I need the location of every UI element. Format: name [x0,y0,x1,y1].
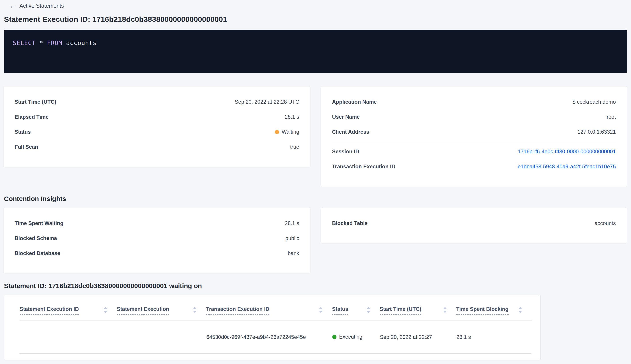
sort-icon[interactable] [193,307,197,313]
detail-value: bank [288,250,299,256]
column-header-label: Time Spent Blocking [456,306,508,315]
active-statement-details-page: ← Active Statements Statement Execution … [0,0,631,364]
cell-statement-execution [117,321,206,354]
detail-row-transaction-execution-id: Transaction Execution ID e1bba458-5948-4… [332,159,616,174]
column-header-label: Status [332,306,348,315]
detail-label: Blocked Table [332,220,368,226]
column-header-label: Transaction Execution ID [206,306,270,315]
waiting-on-table: Statement Execution ID Statement Executi… [20,295,532,354]
cell-transaction-execution-id: 64530d0c-969f-437e-a9b4-26a72245e45e [206,321,332,354]
detail-row-status: Status Waiting [14,124,299,140]
detail-value: Sep 20, 2022 at 22:28 UTC [235,99,299,105]
detail-value: $ cockroach demo [572,99,616,105]
detail-row-session-id: Session ID 1716b1f6-4e0c-f480-0000-00000… [332,144,616,159]
detail-label: Elapsed Time [14,114,48,120]
column-header-statement-execution-id[interactable]: Statement Execution ID [20,295,117,321]
column-header-label: Statement Execution [117,306,169,315]
sort-asc-icon [193,307,197,309]
detail-row-time-spent-waiting: Time Spent Waiting 28.1 s [14,216,299,231]
detail-value: 28.1 s [285,220,299,226]
execution-details-card: Start Time (UTC) Sep 20, 2022 at 22:28 U… [3,86,310,167]
detail-label: Start Time (UTC) [14,99,56,105]
detail-label: Status [14,129,31,135]
detail-row-full-scan: Full Scan true [14,140,299,154]
sort-desc-icon [443,310,447,313]
detail-row-user-name: User Name root [332,110,616,124]
sql-statement-box: SELECT * FROM accounts [4,30,627,73]
sort-desc-icon [518,310,522,313]
column-header-label: Statement Execution ID [20,306,79,315]
detail-label: User Name [332,114,360,120]
contention-blocked-table-card: Blocked Table accounts [321,208,627,243]
sort-desc-icon [104,310,108,313]
sort-asc-icon [104,307,108,309]
column-header-statement-execution[interactable]: Statement Execution [117,295,206,321]
detail-row-blocked-table: Blocked Table accounts [332,216,616,231]
column-header-time-spent-blocking[interactable]: Time Spent Blocking [456,295,532,321]
detail-label: Session ID [332,148,359,155]
page-title: Statement Execution ID: 1716b218dc0b3838… [4,15,627,24]
back-to-active-statements-link[interactable]: ← Active Statements [9,3,64,9]
session-id-link[interactable]: 1716b1f6-4e0c-f480-0000-000000000001 [518,148,616,155]
column-header-label: Start Time (UTC) [380,306,422,315]
detail-value: accounts [594,220,616,226]
arrow-left-icon: ← [9,3,16,9]
status-value: Executing [339,334,362,340]
waiting-on-heading: Statement ID: 1716b218dc0b38380000000000… [4,282,627,290]
detail-row-blocked-schema: Blocked Schema public [14,231,299,246]
cell-statement-execution-id [20,321,117,354]
detail-label: Full Scan [14,144,38,150]
column-header-status[interactable]: Status [332,295,380,321]
sql-text: accounts [62,40,96,46]
detail-label: Client Address [332,129,369,135]
session-details-card: Application Name $ cockroach demo User N… [321,86,627,187]
sort-desc-icon [366,310,370,313]
sort-icon[interactable] [319,307,323,313]
detail-label: Application Name [332,99,377,105]
detail-label: Time Spent Waiting [14,220,63,226]
cell-time-spent-blocking: 28.1 s [456,321,532,354]
table-row: 64530d0c-969f-437e-a9b4-26a72245e45e Exe… [20,321,532,354]
status-badge: Executing [332,334,362,340]
cell-start-time-utc: Sep 20, 2022 at 22:27 [380,321,456,354]
overview-cards-row: Start Time (UTC) Sep 20, 2022 at 22:28 U… [3,86,627,187]
sort-asc-icon [518,307,522,309]
detail-label: Blocked Schema [14,235,57,241]
table-header-row: Statement Execution ID Statement Executi… [20,295,532,321]
detail-label: Transaction Execution ID [332,164,395,170]
detail-row-client-address: Client Address 127.0.0.1:63321 [332,124,616,140]
status-badge: Waiting [275,129,299,135]
detail-value: public [285,235,299,241]
sql-keyword: FROM [47,40,62,46]
sort-icon[interactable] [104,307,108,313]
waiting-on-table-card: Statement Execution ID Statement Executi… [4,295,540,360]
status-value: Waiting [282,129,299,135]
contention-cards-row: Time Spent Waiting 28.1 s Blocked Schema… [3,208,627,273]
sort-desc-icon [319,310,323,313]
sort-icon[interactable] [443,307,447,313]
sql-statement: SELECT * FROM accounts [13,40,97,46]
detail-value: 28.1 s [285,114,299,120]
detail-row-blocked-database: Blocked Database bank [14,246,299,261]
contention-waiting-card: Time Spent Waiting 28.1 s Blocked Schema… [3,208,310,273]
status-waiting-dot-icon [275,130,279,134]
sort-icon[interactable] [366,307,370,313]
detail-value: 127.0.0.1:63321 [578,129,616,135]
back-link-label: Active Statements [20,3,64,9]
cell-status: Executing [332,321,380,354]
transaction-execution-id-link[interactable]: e1bba458-5948-40a9-a42f-5feac1b10e75 [518,164,616,170]
status-executing-dot-icon [332,335,336,339]
column-header-start-time-utc[interactable]: Start Time (UTC) [380,295,456,321]
detail-value: root [607,114,616,120]
sql-keyword: SELECT [13,40,36,46]
sort-asc-icon [443,307,447,309]
sql-text: * [36,40,47,46]
detail-row-elapsed-time: Elapsed Time 28.1 s [14,110,299,124]
column-header-transaction-execution-id[interactable]: Transaction Execution ID [206,295,332,321]
contention-insights-heading: Contention Insights [4,195,627,203]
sort-desc-icon [193,310,197,313]
detail-value: true [290,144,299,150]
sort-asc-icon [319,307,323,309]
sort-icon[interactable] [518,307,522,313]
detail-row-start-time: Start Time (UTC) Sep 20, 2022 at 22:28 U… [14,94,299,110]
